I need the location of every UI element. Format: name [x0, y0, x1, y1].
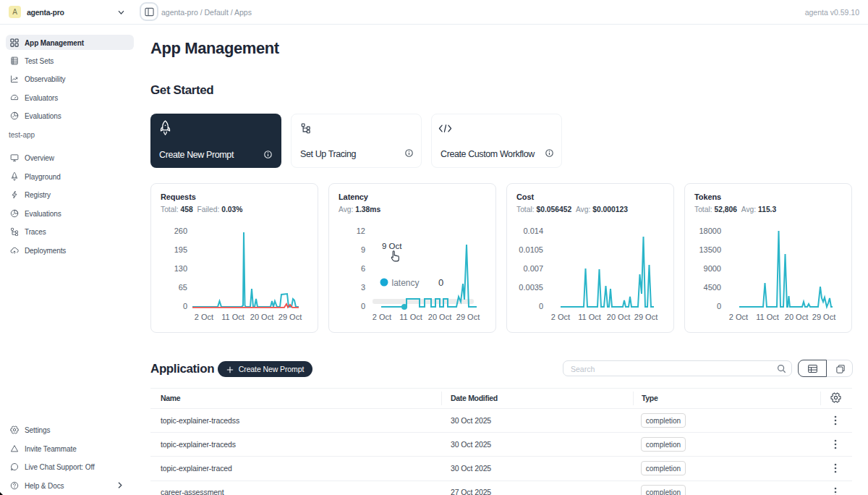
svg-text:130: 130: [174, 264, 187, 273]
svg-text:0: 0: [183, 302, 187, 310]
svg-text:0: 0: [717, 302, 721, 310]
svg-text:11 Oct: 11 Oct: [399, 313, 422, 321]
svg-text:0.0105: 0.0105: [519, 245, 543, 254]
svg-text:2 Oct: 2 Oct: [373, 313, 391, 321]
svg-text:29 Oct: 29 Oct: [456, 313, 480, 321]
svg-text:20 Oct: 20 Oct: [607, 313, 630, 321]
svg-text:0.0035: 0.0035: [519, 283, 543, 292]
svg-text:29 Oct: 29 Oct: [634, 313, 658, 321]
svg-text:0: 0: [539, 302, 543, 310]
svg-text:13500: 13500: [699, 245, 721, 254]
svg-text:9 Oct: 9 Oct: [382, 242, 402, 250]
svg-text:9: 9: [361, 245, 365, 254]
svg-text:3: 3: [361, 283, 365, 292]
svg-text:20 Oct: 20 Oct: [250, 313, 273, 321]
svg-text:9000: 9000: [704, 264, 721, 273]
svg-text:2 Oct: 2 Oct: [729, 313, 748, 321]
svg-text:195: 195: [174, 245, 187, 254]
svg-text:0.007: 0.007: [523, 264, 543, 273]
svg-text:11 Oct: 11 Oct: [756, 313, 779, 321]
svg-text:latency: latency: [392, 278, 420, 288]
svg-text:4500: 4500: [704, 283, 721, 292]
svg-text:11 Oct: 11 Oct: [578, 313, 601, 321]
svg-text:18000: 18000: [699, 227, 721, 235]
svg-text:2 Oct: 2 Oct: [551, 313, 570, 321]
svg-text:11 Oct: 11 Oct: [221, 313, 244, 321]
svg-text:20 Oct: 20 Oct: [428, 313, 451, 321]
svg-text:6: 6: [361, 264, 365, 273]
svg-text:20 Oct: 20 Oct: [785, 313, 808, 321]
svg-text:29 Oct: 29 Oct: [278, 313, 302, 321]
svg-text:65: 65: [179, 283, 187, 292]
svg-text:260: 260: [174, 227, 187, 235]
svg-text:0: 0: [361, 302, 365, 310]
svg-text:0.014: 0.014: [523, 227, 543, 235]
svg-text:2 Oct: 2 Oct: [195, 313, 213, 321]
svg-text:29 Oct: 29 Oct: [812, 313, 835, 321]
svg-text:12: 12: [357, 227, 365, 235]
svg-text:0: 0: [438, 277, 443, 288]
